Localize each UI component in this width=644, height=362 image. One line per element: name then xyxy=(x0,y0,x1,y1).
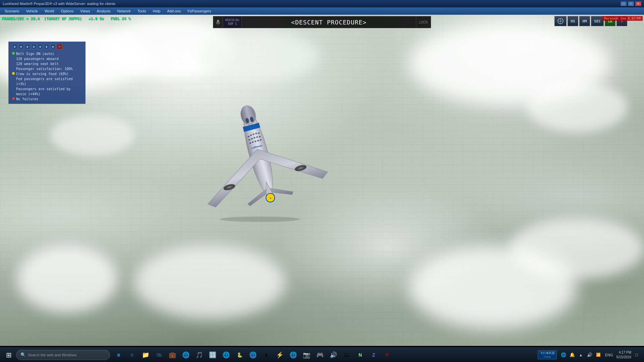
volume-icon[interactable]: 🔊 xyxy=(586,352,593,358)
passenger-item-1: Belt Sign ON (auto) xyxy=(12,51,82,56)
taskbar-tray: 飞行者联盟 China 🌐 🔔 ▲ 🔊 📶 ENG 4:17 PM 5/15/2… xyxy=(535,350,643,360)
menu-item-world[interactable]: World xyxy=(41,8,58,14)
audio-icon[interactable]: 🔊 xyxy=(327,349,339,361)
passenger-item-8: No failures xyxy=(12,97,82,102)
menu-item-scenario[interactable]: Scenario xyxy=(1,8,22,14)
cloud-9 xyxy=(50,115,134,156)
menu-item-add-ons[interactable]: Add-ons xyxy=(164,8,184,14)
tray-globe-icon[interactable]: 🌐 xyxy=(560,352,567,358)
panel-close-button[interactable]: ✕ xyxy=(57,44,62,49)
search-icon: 🔍 xyxy=(20,352,26,357)
hud-overlay: FRAMES/SEC = 29.4 (TARGET OF 30FPS) +1.0… xyxy=(2,16,130,21)
panel-icon-3[interactable]: ■ xyxy=(25,44,30,49)
camera-icon[interactable]: 📷 xyxy=(301,349,313,361)
pinned-app-14-icon[interactable]: 🌐 xyxy=(287,349,299,361)
search-placeholder: Search the web and Windows xyxy=(28,353,77,357)
panel-icon-7[interactable]: ■ xyxy=(50,44,56,49)
action-center-icon[interactable]: □ xyxy=(633,352,640,358)
network-icon[interactable]: 📶 xyxy=(595,352,602,358)
start-button[interactable]: ⊞ xyxy=(1,348,16,362)
status-dot-5 xyxy=(12,72,15,75)
hm-button[interactable]: HM xyxy=(579,16,590,26)
atc-panel: VOICE(H) SOP 1 <DESCENT PROCEDURE> LOCK xyxy=(213,16,431,28)
ie-icon[interactable]: e xyxy=(126,349,138,361)
passenger-panel: ■ ■ ■ ■ ■ ■ ■ ✕ Belt Sign ON (auto) 120 … xyxy=(8,42,86,104)
hs-button[interactable]: HS xyxy=(568,16,578,26)
notification-icon[interactable]: 🔔 xyxy=(569,352,576,358)
search-bar[interactable]: 🔍 Search the web and Windows xyxy=(16,350,110,360)
pinned-app-11-icon[interactable]: 🌐 xyxy=(247,349,259,361)
atc-message: <DESCENT PROCEDURE> xyxy=(242,19,416,26)
download-icon[interactable]: ⬇ xyxy=(260,349,272,361)
menubar: ScenarioVehicleWorldOptionsViewsAnalysis… xyxy=(0,7,644,15)
notepad-plus-icon[interactable]: N xyxy=(354,349,366,361)
community-badge: 飞行者联盟 China xyxy=(538,350,557,359)
panel-icon-4[interactable]: ■ xyxy=(31,44,37,49)
file-explorer-icon[interactable]: 📁 xyxy=(140,349,152,361)
passenger-item-3: 120 wearing seat belt xyxy=(12,61,82,66)
panel-icon-6[interactable]: ■ xyxy=(44,44,49,49)
menu-item-fspassengers[interactable]: FsPassengers xyxy=(184,8,214,14)
pinned-app-6-icon[interactable]: 🌐 xyxy=(180,349,192,361)
menu-item-tools[interactable]: Tools xyxy=(134,8,150,14)
language-indicator[interactable]: ENG xyxy=(604,353,614,357)
python-icon[interactable]: 🐍 xyxy=(233,349,246,361)
pdf-icon[interactable]: P xyxy=(381,349,393,361)
svg-point-0 xyxy=(220,217,300,222)
atc-lock: LOCK xyxy=(416,16,431,28)
pinned-app-16-icon[interactable]: 🎮 xyxy=(314,349,326,361)
airplane-model: ✈ Lufthansa xyxy=(184,95,335,223)
cloud-8 xyxy=(527,82,627,132)
maximize-button[interactable]: □ xyxy=(628,1,634,6)
passenger-item-2: 120 passengers aboard xyxy=(12,56,82,61)
compass-button[interactable] xyxy=(554,16,567,26)
atc-voice-label: VOICE(H) SOP 1 xyxy=(223,16,242,28)
passenger-item-5: Crew is serving food (69%) xyxy=(12,71,82,76)
power-icon[interactable]: ⚡ xyxy=(274,349,286,361)
tray-icon-1[interactable]: ▲ xyxy=(578,352,584,358)
cloud-3 xyxy=(201,32,319,82)
microphone-icon xyxy=(215,19,221,25)
svg-rect-28 xyxy=(217,20,219,23)
status-dot-8 xyxy=(12,97,15,100)
cloud-5 xyxy=(17,245,117,312)
fps-display: FRAMES/SEC = 29.4 (TARGET OF 30FPS) +1.0… xyxy=(2,16,130,21)
taskbar-clock[interactable]: 4:17 PM 5/15/2016 xyxy=(616,350,632,360)
menu-item-options[interactable]: Options xyxy=(57,8,77,14)
close-button[interactable]: ✕ xyxy=(635,1,641,6)
panel-icon-2[interactable]: ■ xyxy=(18,44,24,49)
edge-icon[interactable]: e xyxy=(113,349,125,361)
flight-viewport: ✈ Lufthansa xyxy=(0,15,644,346)
cloud-6 xyxy=(134,245,285,319)
pinned-app-5-icon[interactable]: 💼 xyxy=(166,349,178,361)
passenger-item-4: Passenger satisfaction: 100% xyxy=(12,66,82,71)
taskbar-icons: e e 📁 🛍 💼 🌐 🎵 🔢 🌐 🐍 🌐 ⬇ ⚡ 🌐 📷 🎮 🔊 🗂 N Z … xyxy=(113,349,535,361)
pinned-app-18-icon[interactable]: 🗂 xyxy=(341,349,353,361)
minimize-button[interactable]: — xyxy=(621,1,627,6)
menu-item-network[interactable]: Network xyxy=(114,8,134,14)
menu-item-analysis[interactable]: Analysis xyxy=(94,8,114,14)
zeal-icon[interactable]: Z xyxy=(368,349,380,361)
pinned-app-7-icon[interactable]: 🎵 xyxy=(193,349,205,361)
taskbar: ⊞ 🔍 Search the web and Windows e e 📁 🛍 💼… xyxy=(0,347,644,362)
status-dot-1 xyxy=(12,52,15,55)
cloud-10 xyxy=(510,219,644,279)
passenger-item-7: Passengers are satisfied by movie (+44%) xyxy=(12,86,82,97)
store-icon[interactable]: 🛍 xyxy=(153,349,165,361)
sec-button[interactable]: SEC xyxy=(591,16,604,26)
corner-indicator: Personal Use 8.87/PM xyxy=(602,16,643,21)
pinned-app-9-icon[interactable]: 🌐 xyxy=(220,349,232,361)
menu-item-vehicle[interactable]: Vehicle xyxy=(22,8,41,14)
passenger-panel-toolbar: ■ ■ ■ ■ ■ ■ ■ ✕ xyxy=(12,44,82,49)
calculator-icon[interactable]: 🔢 xyxy=(207,349,219,361)
menu-item-help[interactable]: Help xyxy=(150,8,164,14)
titlebar-title: Lockheed Martin® Prepar3D® v3 with WideS… xyxy=(3,2,115,6)
titlebar-controls: — □ ✕ xyxy=(621,1,641,6)
panel-icon-1[interactable]: ■ xyxy=(12,44,17,49)
passenger-item-6: Fed passengers are satisfied (+3%) xyxy=(12,76,82,86)
menu-item-views[interactable]: Views xyxy=(77,8,93,14)
titlebar: Lockheed Martin® Prepar3D® v3 with WideS… xyxy=(0,0,644,7)
panel-icon-5[interactable]: ■ xyxy=(38,44,43,49)
